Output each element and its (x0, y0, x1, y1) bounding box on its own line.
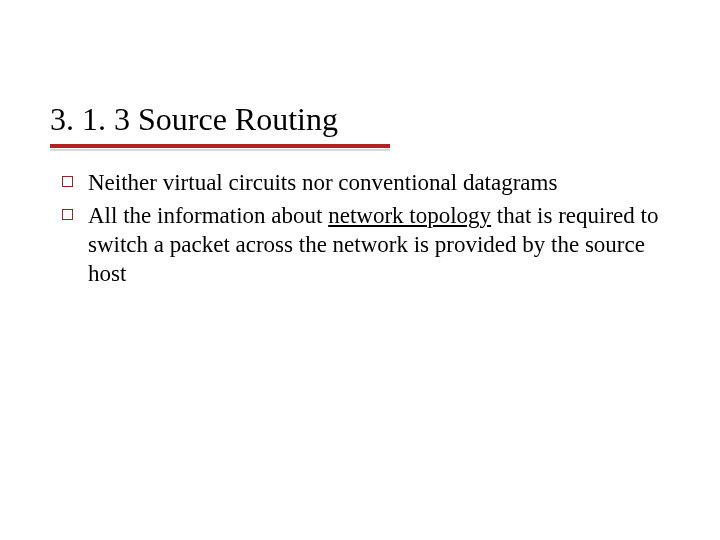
bullet-text-pre: All the information about (88, 203, 328, 228)
bullet-list: Neither virtual circuits nor conventiona… (50, 169, 670, 288)
list-item: Neither virtual circuits nor conventiona… (50, 169, 670, 198)
title-underline (50, 144, 390, 151)
slide: 3. 1. 3 Source Routing Neither virtual c… (0, 0, 720, 540)
square-bullet-icon (62, 176, 73, 187)
rule-shadow (50, 149, 390, 151)
slide-title: 3. 1. 3 Source Routing (50, 100, 670, 138)
list-item: All the information about network topolo… (50, 202, 670, 288)
square-bullet-icon (62, 209, 73, 220)
bullet-text-underlined: network topology (328, 203, 491, 228)
rule-red (50, 144, 390, 148)
bullet-text-pre: Neither virtual circuits nor conventiona… (88, 170, 557, 195)
